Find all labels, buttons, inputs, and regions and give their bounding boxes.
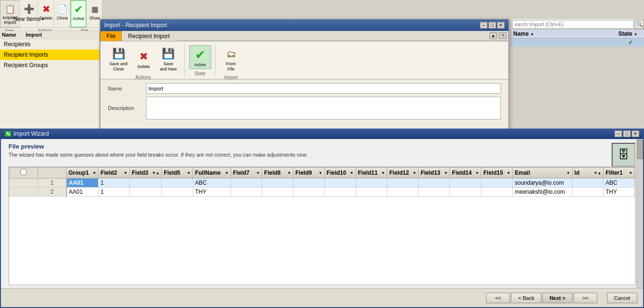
cell-field3 [130,188,162,197]
active-icon: ✔ [72,3,85,16]
next-button[interactable]: Next > [542,293,572,303]
inner-active-button[interactable]: ✔ Active [189,45,211,69]
new-items-icon: ➕ [22,2,36,16]
save-close-icon: 💾 [111,46,126,61]
cell-filter1: ABC [604,179,635,188]
new-items-button[interactable]: ➕ New Items ▼ [20,0,38,28]
select-all-checkbox[interactable] [20,169,27,175]
description-label: Description [108,105,146,111]
state-group-label2: State [195,70,205,76]
sort-icon: ▼ [350,171,354,175]
sort-icon: ▼ [381,171,385,175]
list-row[interactable]: ✔ [511,39,644,47]
close-button[interactable]: ✕ [497,22,505,29]
cell-field14 [450,179,481,188]
cancel-button[interactable]: Cancel [607,293,637,303]
wizard-subtitle: The wizard has made some guesses about w… [9,152,308,158]
search-button[interactable]: 🔍 [634,20,644,29]
col-field14[interactable]: Field14▼ [450,168,481,179]
cell-field2: 1 [98,188,130,197]
sort-icon: ▼ [507,171,510,175]
description-input[interactable] [146,97,501,119]
restore-button[interactable]: □ [488,22,496,29]
wizard-footer: << < Back Next > >> Cancel [1,288,643,307]
col-email[interactable]: Email▼ [513,168,572,179]
wizard-restore-button[interactable]: □ [623,130,631,137]
sidebar-item-recipients[interactable]: Recipients [0,39,99,50]
right-panel-list: Name ▼ State ▼ ✔ [511,30,644,47]
wizard-close-button[interactable]: ✕ [632,130,639,137]
sort-arrow-icon2: ▼ [634,32,637,37]
col-group1[interactable]: Group1▼ [67,168,98,179]
cell-field9 [293,188,324,197]
top-ribbon: 📋 ecipientImport ➕ New Items ▼ ✖ Delete … [0,0,102,31]
clone-button[interactable]: 📄 Clone [54,0,70,28]
wizard-title: Import Wizard [13,130,49,137]
inner-state-group: ✔ Active State [185,43,215,77]
col-field13[interactable]: Field13▼ [419,168,450,179]
cell-field3 [130,179,162,188]
dialog-title: Import - Recipient Import [104,22,167,29]
wizard-icon: 🗄 [612,143,635,167]
actions-group-label: Actions [135,74,151,80]
col-field10[interactable]: Field10▼ [324,168,356,179]
last-button[interactable]: >> [574,293,597,303]
dropdown-arrow-icon: ▼ [41,17,45,21]
col-field5[interactable]: Field5▼ [162,168,193,179]
col-header-name[interactable]: Name ▼ [513,30,618,37]
cell-email: soundarya@io.com [513,179,572,188]
search-icon: 🔍 [636,21,643,28]
active-button[interactable]: ✔ Active [70,0,87,28]
dialog-titlebar: Import - Recipient Import ─ □ ✕ [100,20,508,31]
sort-icon: ▼ [256,171,260,175]
tab-recipient-import[interactable]: Recipient Import [122,31,176,41]
database-icon: 🗄 [618,148,629,161]
search-input[interactable] [512,20,634,29]
help-button[interactable]: ? [499,32,507,39]
import-wizard: N Import Wizard ─ □ ✕ File preview The w… [0,129,644,308]
col-field3[interactable]: Field3▼▲ [130,168,162,179]
col-field15[interactable]: Field15▼ [481,168,513,179]
wizard-minimize-button[interactable]: ─ [615,130,622,137]
row-num: 2 [38,188,67,197]
tab-file[interactable]: File [100,31,122,41]
sort-icon: ▼ [566,171,570,175]
name-input[interactable] [146,83,501,94]
sidebar-item-recipient-imports[interactable]: Recipient Imports [0,50,99,60]
vertical-scrollbar[interactable] [636,139,643,288]
col-field9[interactable]: Field9▼ [293,168,324,179]
cell-field5 [162,179,193,188]
sidebar-col-import: Import [26,32,42,38]
col-field2[interactable]: Field2▼ [98,168,130,179]
col-field12[interactable]: Field12▼ [387,168,419,179]
col-field7[interactable]: Field7▼ [231,168,262,179]
delete-button[interactable]: ✖ Delete [38,0,54,28]
save-new-button[interactable]: 💾 Saveand New [156,44,180,74]
cell-field15 [481,179,513,188]
delete-icon: ✖ [39,2,53,16]
col-header-state[interactable]: State ▼ [618,30,642,37]
inner-delete-button[interactable]: ✖ Delete [133,47,155,71]
inner-import-group: 🗂 FromFile Import [216,43,246,77]
scrollbar-thumb [637,140,643,159]
wizard-section-title: File preview [9,143,308,150]
save-close-button[interactable]: 💾 Save andClose [106,44,131,74]
col-field8[interactable]: Field8▼ [262,168,293,179]
col-id[interactable]: Id▼▲ [572,168,604,179]
sort-icon: ▼ [319,171,322,175]
cell-field12 [387,179,419,188]
back-button[interactable]: < Back [511,293,541,303]
col-filter1[interactable]: Filter1▼ [604,168,635,179]
minimize-button[interactable]: ─ [480,22,488,29]
sidebar-item-recipient-groups[interactable]: Recipient Groups [0,60,99,70]
inner-active-icon: ✔ [193,47,208,62]
import-dialog: Import - Recipient Import ─ □ ✕ File Rec… [100,19,509,131]
recipient-import-button[interactable]: 📋 ecipientImport [0,0,20,28]
from-file-button[interactable]: 🗂 FromFile [220,44,242,74]
col-fullname[interactable]: FullName▼ [193,168,231,179]
sort-icon: ▼▲ [594,171,601,175]
collapse-button[interactable]: ▲ [489,32,497,39]
col-field11[interactable]: Field11▼ [356,168,387,179]
col-rownum [38,168,67,179]
first-button[interactable]: << [486,293,510,303]
